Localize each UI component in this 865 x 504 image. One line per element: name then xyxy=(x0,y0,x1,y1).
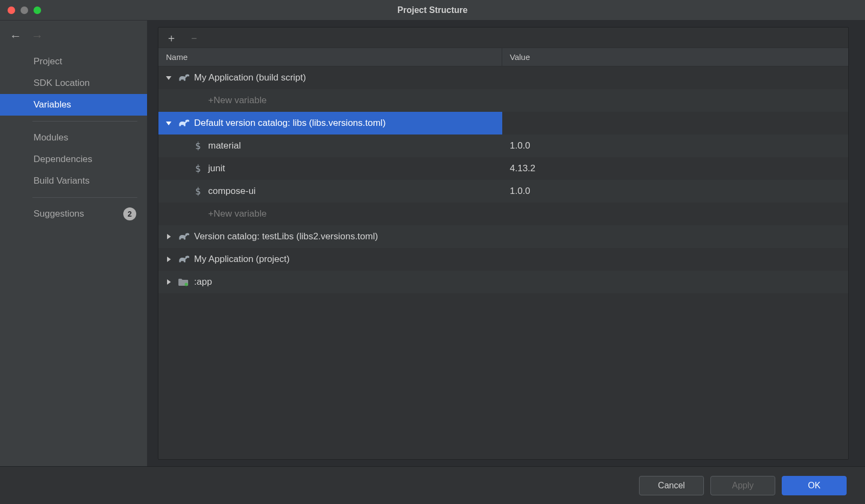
chevron-right-icon[interactable] xyxy=(164,233,174,240)
main-area: ← → Project SDK Location Variables Modul… xyxy=(0,21,865,466)
tree-node-label: My Application (build script) xyxy=(194,72,306,83)
sidebar-item-label: Modules xyxy=(34,132,68,143)
variable-value[interactable]: 1.0.0 xyxy=(502,135,848,157)
variables-tree-group[interactable]: Default version catalog: libs (libs.vers… xyxy=(158,112,848,135)
new-variable-placeholder[interactable]: +New variable xyxy=(158,203,848,225)
gradle-icon xyxy=(178,232,190,241)
sidebar-item-label: Build Variants xyxy=(34,176,90,186)
remove-variable-button[interactable]: － xyxy=(189,32,199,43)
sidebar-separator xyxy=(32,197,137,198)
gradle-icon xyxy=(178,118,190,128)
chevron-right-icon[interactable] xyxy=(164,256,174,263)
ok-button[interactable]: OK xyxy=(782,476,847,495)
variable-row[interactable]: $ material 1.0.0 xyxy=(158,135,848,157)
cancel-button[interactable]: Cancel xyxy=(639,476,704,495)
variable-value[interactable]: 1.0.0 xyxy=(502,180,848,203)
sidebar-item-label: Variables xyxy=(34,99,71,110)
variable-name: junit xyxy=(208,163,225,174)
titlebar: Project Structure xyxy=(0,0,865,21)
column-header-name[interactable]: Name xyxy=(158,48,502,66)
window-title: Project Structure xyxy=(0,5,865,15)
variable-row[interactable]: $ compose-ui 1.0.0 xyxy=(158,180,848,203)
sidebar-item-variables[interactable]: Variables xyxy=(0,94,147,116)
suggestions-badge: 2 xyxy=(123,207,136,220)
tree-node-label: :app xyxy=(194,277,212,287)
back-arrow-icon[interactable]: ← xyxy=(10,30,22,42)
close-window-button[interactable] xyxy=(8,6,15,14)
new-variable-label: +New variable xyxy=(158,203,502,225)
forward-arrow-icon[interactable]: → xyxy=(31,30,43,42)
window-controls xyxy=(8,6,41,14)
variables-table-header: Name Value xyxy=(158,48,848,66)
content-pane: ＋ － Name Value xyxy=(147,21,865,466)
tree-node-value xyxy=(502,66,848,89)
sidebar-item-sdk-location[interactable]: SDK Location xyxy=(0,72,147,94)
sidebar-item-label: Suggestions xyxy=(34,209,84,219)
variable-icon: $ xyxy=(192,163,204,174)
variable-value[interactable]: 4.13.2 xyxy=(502,157,848,180)
new-variable-placeholder[interactable]: +New variable xyxy=(158,89,848,112)
sidebar-item-label: Dependencies xyxy=(34,154,92,165)
variables-tree-group[interactable]: My Application (project) xyxy=(158,248,848,271)
dialog-footer: Cancel Apply OK xyxy=(0,466,865,504)
variables-panel: ＋ － Name Value xyxy=(158,27,849,460)
column-header-value[interactable]: Value xyxy=(502,48,848,66)
tree-node-value xyxy=(502,112,848,135)
svg-point-0 xyxy=(185,283,188,286)
new-variable-label: +New variable xyxy=(158,89,502,112)
sidebar-item-modules[interactable]: Modules xyxy=(0,127,147,149)
gradle-icon xyxy=(178,254,190,264)
sidebar-item-suggestions[interactable]: Suggestions 2 xyxy=(0,203,147,225)
variables-tree-group[interactable]: My Application (build script) xyxy=(158,66,848,89)
variable-icon: $ xyxy=(192,140,204,151)
sidebar-item-label: SDK Location xyxy=(34,78,90,89)
variable-name: material xyxy=(208,140,241,151)
variables-table-body: My Application (build script) +New varia… xyxy=(158,66,848,459)
add-variable-button[interactable]: ＋ xyxy=(166,32,177,43)
tree-node-label: Version catalog: testLibs (libs2.version… xyxy=(194,231,378,242)
variable-icon: $ xyxy=(192,186,204,197)
variable-row[interactable]: $ junit 4.13.2 xyxy=(158,157,848,180)
sidebar-item-label: Project xyxy=(34,56,62,67)
sidebar-item-project[interactable]: Project xyxy=(0,51,147,72)
variables-toolbar: ＋ － xyxy=(158,28,848,48)
chevron-down-icon[interactable] xyxy=(164,75,174,81)
chevron-right-icon[interactable] xyxy=(164,279,174,285)
variable-name: compose-ui xyxy=(208,186,256,197)
variables-tree-group[interactable]: Version catalog: testLibs (libs2.version… xyxy=(158,225,848,248)
apply-button[interactable]: Apply xyxy=(710,476,775,495)
module-folder-icon xyxy=(178,277,190,287)
chevron-down-icon[interactable] xyxy=(164,120,174,126)
sidebar-list: Project SDK Location Variables Modules D… xyxy=(0,50,147,466)
sidebar-item-dependencies[interactable]: Dependencies xyxy=(0,149,147,170)
sidebar: ← → Project SDK Location Variables Modul… xyxy=(0,21,147,466)
tree-node-label: My Application (project) xyxy=(194,254,290,265)
sidebar-separator xyxy=(32,121,137,122)
zoom-window-button[interactable] xyxy=(34,6,41,14)
sidebar-item-build-variants[interactable]: Build Variants xyxy=(0,170,147,192)
minimize-window-button[interactable] xyxy=(21,6,28,14)
tree-node-label: Default version catalog: libs (libs.vers… xyxy=(194,118,385,129)
project-structure-window: Project Structure ← → Project SDK Locati… xyxy=(0,0,865,504)
variables-tree-group[interactable]: :app xyxy=(158,271,848,293)
gradle-icon xyxy=(178,73,190,83)
nav-history: ← → xyxy=(0,21,147,50)
